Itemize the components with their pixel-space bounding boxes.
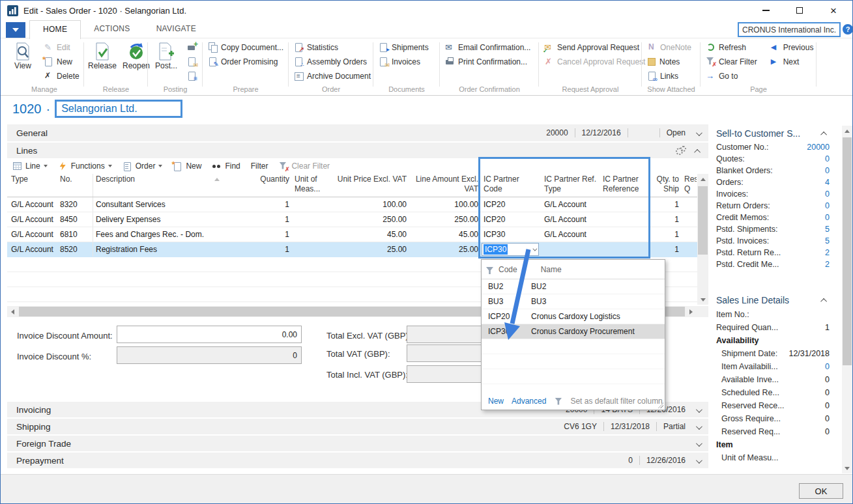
email-confirmation-button[interactable]: Email Confirmation... (442, 40, 533, 54)
filter-button[interactable]: Filter (251, 161, 268, 171)
view-button[interactable]: View (7, 40, 38, 83)
release-button[interactable]: Release (87, 40, 118, 83)
company-name-box[interactable]: CRONUS International Inc. (738, 22, 841, 37)
invoices-button[interactable]: Invoices (376, 55, 431, 68)
column-header-quantity[interactable]: Quantity (224, 174, 292, 197)
archive-document-button[interactable]: Archive Document (291, 69, 373, 83)
scrollbar-thumb[interactable] (698, 186, 708, 255)
cell-uom[interactable] (292, 227, 331, 242)
factbox-field-value[interactable]: 20000 (807, 143, 830, 152)
resize-grip[interactable] (658, 402, 663, 408)
cell-no[interactable]: 8320 (57, 197, 93, 212)
cell-line_amount[interactable]: 25.00 (409, 242, 481, 257)
factbox-field-value[interactable]: 2 (825, 248, 830, 257)
fasttab-foreign-trade[interactable]: Foreign Trade (7, 436, 708, 451)
close-button[interactable]: × (826, 4, 841, 17)
fasttab-general[interactable]: General 2000012/12/2016Open (7, 124, 708, 141)
post-button[interactable]: Post... (151, 40, 182, 83)
chevron-down-icon[interactable] (696, 440, 702, 447)
cell-quantity[interactable]: 1 (224, 197, 292, 212)
cell-no[interactable]: 8450 (57, 212, 93, 227)
new-line-button[interactable]: New (173, 161, 201, 171)
copy-document-button[interactable]: Copy Document... (205, 40, 286, 54)
new-link[interactable]: New (488, 397, 504, 406)
fasttab-lines[interactable]: Lines (7, 143, 708, 158)
tab-actions[interactable]: ACTIONS (81, 20, 143, 38)
cell-qty_ship[interactable]: 1 (649, 212, 682, 227)
factbox-title[interactable]: Sell-to Customer S... (716, 126, 830, 141)
order-menu-button[interactable]: Order (123, 161, 163, 171)
tab-navigate[interactable]: NAVIGATE (143, 20, 209, 38)
invoice-discount-amount-field[interactable]: 0.00 (117, 326, 302, 343)
factbox-title[interactable]: Sales Line Details (716, 292, 830, 308)
cell-res[interactable] (682, 242, 697, 257)
next-button[interactable]: Next (768, 55, 817, 68)
scroll-up-button[interactable] (697, 174, 708, 184)
maximize-button[interactable] (792, 4, 807, 17)
shipments-button[interactable]: Shipments (376, 40, 431, 54)
cell-description[interactable]: Delivery Expenses (93, 212, 224, 227)
refresh-button[interactable]: Refresh (703, 40, 760, 54)
cell-uom[interactable] (292, 197, 331, 212)
chevron-down-icon[interactable] (696, 423, 702, 430)
clear-filter-button[interactable]: Clear Filter (703, 55, 760, 68)
cell-qty_ship[interactable]: 1 (649, 227, 682, 242)
cell-quantity[interactable]: 1 (224, 227, 292, 242)
column-header-qty_ship[interactable]: Qty. to Ship (649, 174, 682, 197)
column-header-res[interactable]: Res Q (682, 174, 697, 197)
cell-type[interactable]: G/L Account (8, 227, 57, 242)
delete-button[interactable]: Delete (41, 69, 82, 83)
chevron-down-icon[interactable] (696, 406, 702, 413)
minimize-button[interactable] (759, 4, 773, 17)
cell-uom[interactable] (292, 242, 331, 257)
line-menu-button[interactable]: Line (12, 161, 48, 171)
factbox-field-value[interactable]: 0 (825, 362, 830, 371)
post-and-print-button[interactable] (184, 40, 199, 54)
column-header-line_amount[interactable]: Line Amount Excl. VAT (409, 174, 481, 197)
cell-line_amount[interactable]: 250.00 (409, 212, 481, 227)
ok-button[interactable]: OK (799, 483, 843, 499)
onenote-button[interactable]: OneNote (644, 40, 694, 54)
scroll-down-button[interactable] (697, 294, 708, 305)
new-button[interactable]: New (41, 55, 82, 68)
tab-home[interactable]: HOME (29, 20, 81, 39)
chevron-up-icon[interactable] (820, 298, 827, 304)
scrollbar-thumb[interactable] (843, 137, 852, 365)
factbox-scrollbar[interactable] (842, 126, 852, 473)
post-batch-button[interactable] (184, 69, 199, 83)
cell-res[interactable] (682, 227, 697, 242)
cell-no[interactable]: 6810 (57, 227, 93, 242)
vertical-scrollbar[interactable] (697, 174, 708, 305)
scroll-up-button[interactable] (842, 126, 852, 136)
print-confirmation-button[interactable]: Print Confirmation... (442, 55, 533, 68)
previous-button[interactable]: Previous (768, 40, 817, 54)
cell-qty_ship[interactable]: 1 (649, 242, 682, 257)
chevron-down-icon[interactable] (696, 457, 702, 464)
edit-button[interactable]: Edit (41, 40, 82, 54)
goto-button[interactable]: Go to (703, 69, 760, 83)
factbox-field-value[interactable]: 4 (825, 178, 830, 187)
clear-filter-button[interactable]: Clear Filter (278, 161, 330, 171)
cell-description[interactable]: Registration Fees (93, 242, 224, 257)
set-default-filter-label[interactable]: Set as default filter column (570, 397, 662, 406)
cell-unit_price[interactable]: 100.00 (331, 197, 409, 212)
cell-description[interactable]: Consultant Services (93, 197, 224, 212)
cell-line_amount[interactable]: 45.00 (409, 227, 481, 242)
factbox-field-value[interactable]: 0 (825, 189, 830, 199)
factbox-field-value[interactable]: 0 (825, 154, 830, 163)
factbox-field-value[interactable]: 2 (825, 260, 830, 269)
factbox-field-value[interactable]: 5 (825, 236, 830, 245)
cell-res[interactable] (682, 212, 697, 227)
factbox-field-value[interactable]: 0 (825, 201, 830, 210)
reopen-button[interactable]: Reopen (121, 40, 152, 83)
column-header-type[interactable]: Type (8, 174, 57, 197)
fasttab-prepayment[interactable]: Prepayment 012/26/2016 (7, 453, 708, 468)
cell-type[interactable]: G/L Account (8, 242, 57, 257)
cancel-approval-request-button[interactable]: Cancel Approval Request (542, 55, 648, 68)
scroll-left-button[interactable] (7, 306, 18, 317)
application-menu-button[interactable] (6, 22, 25, 38)
cell-uom[interactable] (292, 212, 331, 227)
column-header-uom[interactable]: Unit of Meas... (292, 174, 331, 197)
find-button[interactable]: Find (212, 161, 240, 171)
scroll-down-button[interactable] (842, 463, 852, 473)
